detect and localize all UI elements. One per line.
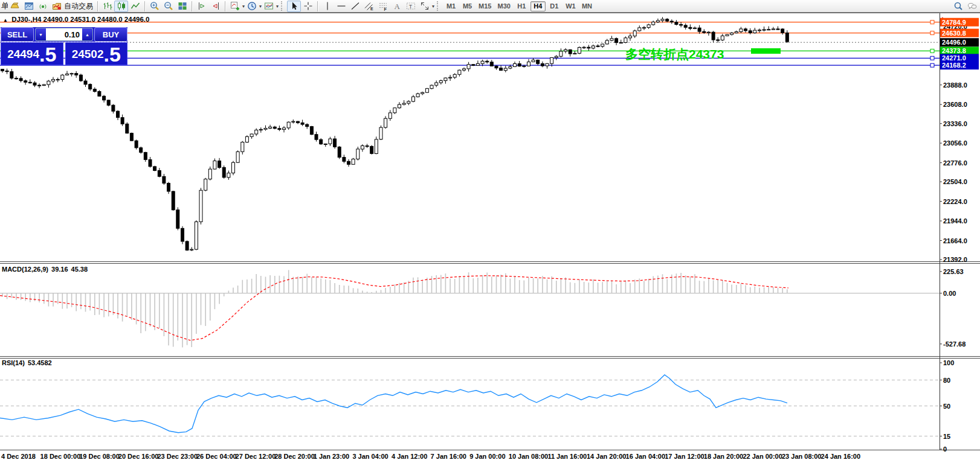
macd-main-value: 39.16 [51,266,68,273]
order-button-partial[interactable]: 单 [1,1,8,11]
new-chart-icon[interactable] [22,1,36,12]
toolbar-grip [281,1,285,11]
text-label-icon[interactable]: T [404,1,417,12]
fibonacci-icon[interactable]: F [376,1,390,12]
chart-title-symbol: DJ30-,H4 [11,16,41,23]
text-icon[interactable]: A [390,1,404,12]
buy-button[interactable]: BUY [94,27,127,42]
svg-text:24 Jan 16:00: 24 Jan 16:00 [821,453,860,460]
svg-text:23 Jan 08:00: 23 Jan 08:00 [782,453,821,460]
arrows-icon-dropdown-arrow[interactable]: ▾ [432,4,434,9]
timeframe-button-mn[interactable]: MN [579,1,595,11]
tile-windows-icon[interactable] [175,1,189,12]
volume-input[interactable] [46,28,82,40]
cursor-icon[interactable] [287,1,301,12]
volume-increase-button[interactable]: ▲ [82,28,92,40]
chart-background [0,13,980,466]
svg-text:225.63: 225.63 [943,268,964,275]
svg-text:17 Jan 12:00: 17 Jan 12:00 [665,453,704,460]
svg-text:18 Jan 20:00: 18 Jan 20:00 [704,453,743,460]
timeframe-button-w1[interactable]: W1 [563,1,578,11]
bar-chart-icon[interactable] [100,1,114,12]
macd-label: MACD(12,26,9)39.1645.38 [2,266,91,273]
timeframe-button-m15[interactable]: M15 [476,1,494,11]
symbol-marker-icon: ▲ [3,18,8,23]
svg-text:21392.0: 21392.0 [943,256,967,263]
auto-trading-button-label[interactable]: 自动交易 [64,1,93,11]
svg-text:14 Jan 20:00: 14 Jan 20:00 [587,453,626,460]
new-order-icon[interactable] [8,1,22,12]
svg-text:24168.2: 24168.2 [942,62,966,69]
volume-decrease-button[interactable]: ▼ [36,28,46,40]
periods-icon[interactable] [245,1,259,12]
timeframe-button-h1[interactable]: H1 [514,1,529,11]
horizontal-line-icon[interactable] [334,1,348,12]
svg-text:1 Jan 23:00: 1 Jan 23:00 [314,453,349,460]
timeframe-button-m1[interactable]: M1 [443,1,459,11]
zoom-in-icon[interactable] [147,1,161,12]
svg-text:19 Dec 08:00: 19 Dec 08:00 [79,453,120,460]
indicator-window-right-icon[interactable] [208,1,222,12]
chart-canvas[interactable]: 多空转折点2437323888.023608.023336.023056.022… [0,0,980,466]
rsi-label: RSI(14)53.4582 [2,359,55,366]
trendline-icon[interactable] [348,1,362,12]
timeframe-button-d1[interactable]: D1 [547,1,562,11]
rsi-name: RSI(14) [2,359,25,366]
svg-text:24271.0: 24271.0 [942,54,966,62]
annotation-highlight[interactable] [751,48,781,54]
line-chart-icon[interactable] [128,1,142,12]
svg-text:28 Dec 20:00: 28 Dec 20:00 [274,453,315,460]
svg-text:4 Jan 12:00: 4 Jan 12:00 [392,453,427,460]
trade-panel-top-row: SELL ▼ ▲ BUY [1,27,127,42]
annotation-text[interactable]: 多空转折点24373 [625,47,724,62]
chart-title-ohlc: 24490.0 24531.0 24480.0 24496.0 [44,16,150,23]
volume-stepper: ▼ ▲ [35,28,93,41]
sell-price-display[interactable]: 24494.5 [1,42,63,65]
svg-text:21664.0: 21664.0 [943,237,967,244]
time-axis[interactable]: 4 Dec 201818 Dec 00:0019 Dec 08:0020 Dec… [1,453,860,460]
svg-text:3 Jan 04:00: 3 Jan 04:00 [352,453,388,460]
add-indicator-icon[interactable] [228,1,242,12]
svg-text:80: 80 [943,377,950,384]
toolbar-grip [437,1,440,11]
svg-text:-527.68: -527.68 [943,340,965,348]
timeframe-button-m5[interactable]: M5 [460,1,475,11]
svg-text:22 Jan 00:00: 22 Jan 00:00 [743,453,782,460]
auto-trading-button[interactable] [50,1,63,12]
zoom-out-icon[interactable] [161,1,175,12]
svg-text:0.00: 0.00 [943,290,956,297]
sell-button[interactable]: SELL [1,27,34,42]
equidistant-channel-icon[interactable]: E [362,1,376,12]
svg-text:22504.0: 22504.0 [943,178,967,185]
svg-text:18 Dec 00:00: 18 Dec 00:00 [40,453,81,460]
templates-icon[interactable] [262,1,276,12]
svg-text:100: 100 [943,359,954,366]
sell-price-main: 24494 [7,48,39,61]
search-icon[interactable] [951,1,965,12]
indicator-window-left-icon[interactable] [195,1,208,12]
svg-text:F: F [384,7,387,11]
arrows-icon[interactable] [417,1,431,12]
vertical-line-icon[interactable] [320,1,334,12]
toolbar-separator [225,1,225,11]
signals-icon[interactable] [36,1,50,12]
timeframe-button-m30[interactable]: M30 [495,1,512,11]
svg-text:16 Jan 04:00: 16 Jan 04:00 [626,453,665,460]
toolbar-separator [144,1,145,11]
toolbar-separator [317,1,318,11]
svg-text:24784.9: 24784.9 [942,19,966,26]
crosshair-icon[interactable] [301,1,315,12]
chat-icon[interactable] [965,1,979,12]
buy-price-frac: .5 [103,43,120,66]
svg-text:15: 15 [943,433,950,440]
candlestick-chart-icon[interactable] [114,1,128,12]
timeframe-button-h4[interactable]: H4 [530,1,546,11]
buy-price-display[interactable]: 24502.5 [65,42,128,65]
trade-panel-price-row: 24494.5 24502.5 [1,42,127,65]
chart-title: ▲ DJ30-,H4 24490.0 24531.0 24480.0 24496… [3,16,149,23]
svg-text:7 Jan 16:00: 7 Jan 16:00 [431,453,466,460]
svg-text:23056.0: 23056.0 [943,139,967,147]
templates-icon-dropdown-arrow[interactable]: ▾ [276,4,279,9]
sell-price-frac: .5 [39,43,56,66]
svg-text:21944.0: 21944.0 [943,217,967,225]
